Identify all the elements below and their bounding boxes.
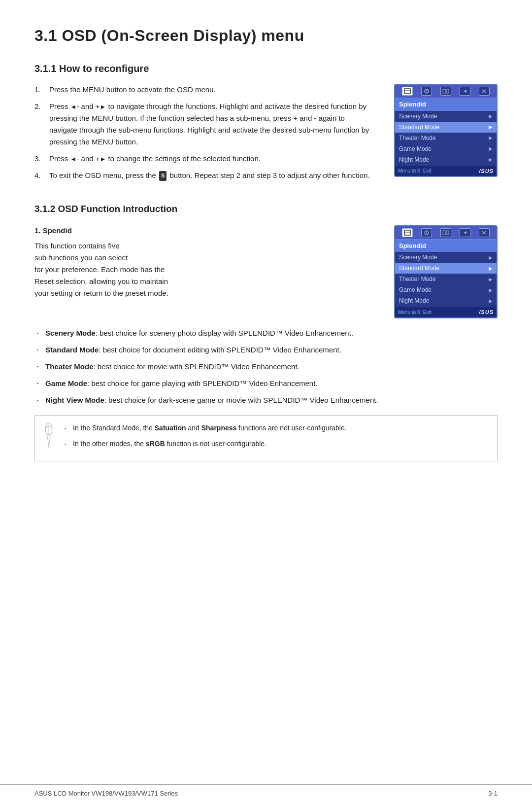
svg-rect-12 (443, 231, 445, 235)
bullet-theater-text: : best choice for movie with SPLENDID™ V… (94, 362, 299, 371)
main-title: 3.1 OSD (On-Screen Display) menu (34, 24, 498, 47)
svg-rect-0 (404, 89, 410, 94)
note-sharpness-bold: Sharpness (201, 424, 237, 432)
section-312-text: 1. Spendid This function contains five s… (34, 225, 374, 300)
bullet-night-bold: Night View Mode (45, 396, 104, 404)
osd-item-scenery-1: Scenery Mode▶ (395, 111, 497, 122)
note-box: In the Standard Mode, the Satuation and … (34, 415, 498, 462)
bullet-game: Game Mode: best choice for game playing … (34, 378, 498, 389)
steps-list: Press the MENU button to activate the OS… (34, 84, 374, 181)
bullet-scenery: Scenery Mode: best choice for scenery ph… (34, 327, 498, 339)
step-1-text: Press the MENU button to activate the OS… (49, 85, 216, 94)
step-3-text: Press ◄- and +► to change the settings o… (49, 154, 261, 163)
osd-item-night-2: Night Mode▶ (395, 295, 497, 306)
osd-footer-1: Menu ⊞ S: Exit /SUS (395, 166, 497, 176)
svg-rect-13 (446, 231, 449, 235)
osd-icon-5 (479, 87, 490, 96)
osd-brand-1: /SUS (479, 167, 494, 175)
right-arrow-icon-2: ► (100, 155, 106, 163)
svg-rect-4 (443, 89, 445, 93)
step-2: Press ◄- and +► to navigate through the … (34, 101, 374, 148)
step-3: Press ◄- and +► to change the settings o… (34, 153, 374, 165)
section-312: 3.1.2 OSD Function Introduction 1. Spend… (34, 202, 498, 461)
osd-icon-5b (479, 228, 490, 237)
arrow-2-1: ▶ (489, 254, 493, 261)
svg-rect-5 (446, 89, 449, 93)
osd-screen-2: Splendid Scenery Mode▶ Standard Mode▶ Th… (394, 225, 498, 318)
osd-icon-splendid-2 (402, 228, 413, 237)
spendid-label: 1. Spendid (34, 225, 374, 237)
note-bullet-1: In the Standard Mode, the Satuation and … (62, 422, 488, 433)
osd-item-theater-2: Theater Mode▶ (395, 274, 497, 284)
note-text-2: In the other modes, the sRGB function is… (73, 440, 266, 448)
footer-right: 3-1 (488, 789, 498, 799)
section-311-text: Press the MENU button to activate the OS… (34, 84, 374, 186)
osd-item-theater-1: Theater Mode▶ (395, 133, 497, 143)
note-text-1: In the Standard Mode, the Satuation and … (73, 424, 347, 432)
function-description: This function contains five sub-function… (34, 240, 374, 299)
svg-rect-8 (404, 230, 410, 235)
bullet-standard: Standard Mode: best choice for document … (34, 344, 498, 356)
arrow-2-2: ▶ (489, 265, 493, 272)
arrow-5: ▶ (489, 156, 493, 163)
osd-screen-1: Splendid Scenery Mode▶ Standard Mode▶ Th… (394, 84, 498, 177)
bullet-theater: Theater Mode: best choice for movie with… (34, 361, 498, 373)
bullet-night: Night View Mode: best choice for dark-sc… (34, 394, 498, 406)
bullet-theater-bold: Theater Mode (45, 362, 94, 371)
osd-icon-4 (460, 87, 470, 96)
osd-item-scenery-2: Scenery Mode▶ (395, 252, 497, 263)
left-arrow-icon-2: ◄ (70, 155, 77, 163)
osd-icon-4b (460, 228, 470, 237)
s-button-icon: S (159, 171, 166, 181)
osd-footer-left-1: Menu ⊞ S: Exit (398, 167, 431, 174)
page-content: 3.1 OSD (On-Screen Display) menu 3.1.1 H… (0, 0, 532, 501)
osd-menu-header-2: Splendid (395, 240, 497, 252)
osd-footer-left-2: Menu ⊞ S: Exit (398, 309, 431, 316)
section-311-body: Press the MENU button to activate the OS… (34, 84, 498, 186)
note-satuation-bold: Satuation (155, 424, 186, 432)
osd-item-standard-2: Standard Mode▶ (395, 263, 497, 274)
bullet-game-text: : best choice for game playing with SPLE… (87, 379, 317, 387)
osd-icon-3b (440, 228, 451, 237)
note-srgb-bold: sRGB (146, 440, 165, 448)
bullet-scenery-bold: Scenery Mode (45, 329, 96, 337)
osd-item-standard-1: Standard Mode▶ (395, 122, 497, 133)
section-312-heading: 3.1.2 OSD Function Introduction (34, 202, 498, 216)
osd-item-game-2: Game Mode▶ (395, 284, 497, 295)
note-bullet-2: In the other modes, the sRGB function is… (62, 438, 488, 449)
osd-toolbar-2 (395, 226, 497, 240)
bullet-game-bold: Game Mode (45, 379, 87, 387)
arrow-2: ▶ (489, 123, 493, 131)
osd-icon-splendid (402, 87, 413, 96)
bullet-scenery-text: : best choice for scenery photo display … (96, 329, 353, 337)
osd-icon-2b (421, 228, 432, 237)
osd-icon-2 (421, 87, 432, 96)
left-arrow-icon: ◄ (70, 103, 77, 110)
bullet-standard-bold: Standard Mode (45, 346, 99, 354)
arrow-3: ▶ (489, 134, 493, 141)
arrow-1: ▶ (489, 112, 493, 120)
note-bullets: In the Standard Mode, the Satuation and … (62, 422, 488, 450)
osd-item-night-1: Night Mode▶ (395, 154, 497, 165)
section-311-heading: 3.1.1 How to reconfigure (34, 61, 498, 76)
osd-menu-header-1: Splendid (395, 98, 497, 111)
step-4: To exit the OSD menu, press the S button… (34, 170, 374, 181)
osd-footer-2: Menu ⊞ S: Exit /SUS (395, 307, 497, 317)
arrow-2-3: ▶ (489, 276, 493, 283)
arrow-2-4: ▶ (489, 286, 493, 294)
osd-icon-3 (440, 87, 451, 96)
bullet-standard-text: : best choice for document editing with … (99, 346, 341, 354)
right-arrow-icon: ► (100, 103, 106, 110)
step-4-text: To exit the OSD menu, press the S button… (49, 171, 370, 179)
arrow-4: ▶ (489, 145, 493, 152)
bullet-night-text: : best choice for dark-scene game or mov… (104, 396, 378, 404)
arrow-2-5: ▶ (489, 297, 493, 305)
step-1: Press the MENU button to activate the OS… (34, 84, 374, 96)
step-2-text: Press ◄- and +► to navigate through the … (49, 102, 369, 146)
page-footer: ASUS LCD Monitor VW198/VW193/VW171 Serie… (0, 784, 532, 802)
footer-left: ASUS LCD Monitor VW198/VW193/VW171 Serie… (34, 789, 178, 799)
osd-toolbar-1 (395, 85, 497, 98)
osd-item-game-1: Game Mode▶ (395, 143, 497, 154)
mode-bullets: Scenery Mode: best choice for scenery ph… (34, 327, 498, 406)
osd-brand-2: /SUS (479, 308, 494, 316)
